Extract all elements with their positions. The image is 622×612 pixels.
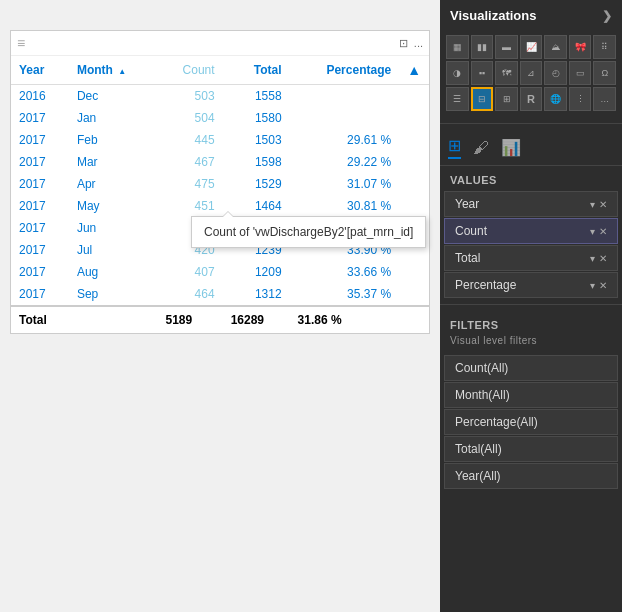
viz-icon-more[interactable]: … [593, 87, 616, 111]
cell-pct: 31.07 % [290, 173, 400, 195]
viz-icon-treemap[interactable]: ▪▪ [471, 61, 494, 85]
cell-year: 2017 [11, 129, 69, 151]
viz-icon-ribbon[interactable]: 🎀 [569, 35, 592, 59]
viz-icon-stacked-bar[interactable]: ▦ [446, 35, 469, 59]
field-count-dropdown-icon[interactable]: ▾ [590, 226, 595, 237]
viz-icon-matrix[interactable]: ⊞ [495, 87, 518, 111]
viz-icon-line[interactable]: 📈 [520, 35, 543, 59]
viz-icon-r[interactable]: R [520, 87, 543, 111]
field-count-close-icon[interactable]: ✕ [599, 226, 607, 237]
field-count[interactable]: Count ▾ ✕ [444, 218, 618, 244]
filter-count-name: Count(All) [455, 361, 508, 375]
cell-month: Sep [69, 283, 158, 306]
table-row: 2017 Sep 464 1312 35.37 % [11, 283, 429, 306]
field-percentage-dropdown-icon[interactable]: ▾ [590, 280, 595, 291]
viz-icon-slicer[interactable]: ☰ [446, 87, 469, 111]
cell-total: 1503 [223, 129, 290, 151]
field-year-dropdown-icon[interactable]: ▾ [590, 199, 595, 210]
cell-month: Mar [69, 151, 158, 173]
field-count-name: Count [455, 224, 487, 238]
tab-analytics[interactable]: 📊 [501, 138, 521, 157]
col-scroll-indicator[interactable]: ▲ [399, 56, 429, 85]
tab-build[interactable]: ⊞ [448, 136, 461, 159]
visualizations-chevron-icon[interactable]: ❯ [602, 9, 612, 23]
tab-format[interactable]: 🖌 [473, 139, 489, 157]
filter-year[interactable]: Year(All) [444, 463, 618, 489]
field-year[interactable]: Year ▾ ✕ [444, 191, 618, 217]
cell-year: 2017 [11, 283, 69, 306]
viz-icon-globe[interactable]: 🌐 [544, 87, 567, 111]
filter-total[interactable]: Total(All) [444, 436, 618, 462]
cell-year: 2017 [11, 261, 69, 283]
viz-icon-card[interactable]: ▭ [569, 61, 592, 85]
viz-icon-decomp[interactable]: ⋮ [569, 87, 592, 111]
cell-year: 2016 [11, 85, 69, 108]
viz-icons-grid: ▦ ▮▮ ▬ 📈 ⛰ 🎀 ⠿ ◑ ▪▪ 🗺 ⊿ ◴ ▭ Ω ☰ ⊟ ⊞ R 🌐 … [440, 31, 622, 117]
field-percentage-close-icon[interactable]: ✕ [599, 280, 607, 291]
viz-separator [440, 123, 622, 124]
table-widget: ≡ ⊡ ... Year Month ▲ Count [10, 30, 430, 334]
cell-month: Jul [69, 239, 158, 261]
viz-icon-area[interactable]: ⛰ [544, 35, 567, 59]
cell-month: May [69, 195, 158, 217]
filter-count[interactable]: Count(All) [444, 355, 618, 381]
data-table: Year Month ▲ Count Total Percentage [11, 56, 429, 333]
focus-mode-icon[interactable]: ⊡ [399, 37, 408, 50]
viz-icon-kpi[interactable]: Ω [593, 61, 616, 85]
cell-scroll [399, 195, 429, 217]
cell-total: 1312 [223, 283, 290, 306]
field-total[interactable]: Total ▾ ✕ [444, 245, 618, 271]
cell-count: 503 [157, 85, 222, 108]
total-pct: 31.86 % [290, 306, 400, 333]
table-row: 2017 Feb 445 1503 29.61 % [11, 129, 429, 151]
field-total-close-icon[interactable]: ✕ [599, 253, 607, 264]
total-total: 16289 [223, 306, 290, 333]
drag-handle-icon: ≡ [17, 35, 25, 51]
cell-total: 1598 [223, 151, 290, 173]
viz-icon-table[interactable]: ⊟ [471, 87, 494, 111]
field-percentage[interactable]: Percentage ▾ ✕ [444, 272, 618, 298]
more-options-icon[interactable]: ... [414, 37, 423, 49]
viz-row-3: ☰ ⊟ ⊞ R 🌐 ⋮ … [446, 87, 616, 111]
cell-year: 2017 [11, 217, 69, 239]
panel-tabs: ⊞ 🖌 📊 [440, 130, 622, 166]
table-header-row: Year Month ▲ Count Total Percentage [11, 56, 429, 85]
field-year-controls: ▾ ✕ [590, 199, 607, 210]
filter-percentage[interactable]: Percentage(All) [444, 409, 618, 435]
col-percentage: Percentage [290, 56, 400, 85]
col-count: Count [157, 56, 222, 85]
cell-count: 467 [157, 151, 222, 173]
viz-row-1: ▦ ▮▮ ▬ 📈 ⛰ 🎀 ⠿ [446, 35, 616, 59]
visualizations-header: Visualizations ❯ [440, 0, 622, 31]
table-body: 2016 Dec 503 1558 2017 Jan 504 1580 2017… [11, 85, 429, 307]
field-year-close-icon[interactable]: ✕ [599, 199, 607, 210]
field-percentage-controls: ▾ ✕ [590, 280, 607, 291]
filter-month[interactable]: Month(All) [444, 382, 618, 408]
viz-icon-scatter[interactable]: ⠿ [593, 35, 616, 59]
filter-percentage-name: Percentage(All) [455, 415, 538, 429]
cell-count: 445 [157, 129, 222, 151]
filter-year-name: Year(All) [455, 469, 501, 483]
viz-icon-col[interactable]: ▬ [495, 35, 518, 59]
table-row: 2017 Mar 467 1598 29.22 % [11, 151, 429, 173]
cell-month: Dec [69, 85, 158, 108]
col-year: Year [11, 56, 69, 85]
fields-list: Year ▾ ✕ Count ▾ ✕ Total ▾ ✕ Percentage … [440, 191, 622, 298]
viz-icon-bar[interactable]: ▮▮ [471, 35, 494, 59]
viz-icon-map[interactable]: 🗺 [495, 61, 518, 85]
total-row: Total 5189 16289 31.86 % [11, 306, 429, 333]
field-total-dropdown-icon[interactable]: ▾ [590, 253, 595, 264]
cell-month: Jun [69, 217, 158, 239]
cell-pct: 30.81 % [290, 195, 400, 217]
viz-icon-funnel[interactable]: ⊿ [520, 61, 543, 85]
cell-pct [290, 85, 400, 108]
col-total: Total [223, 56, 290, 85]
cell-scroll [399, 129, 429, 151]
field-year-name: Year [455, 197, 479, 211]
viz-icon-pie[interactable]: ◑ [446, 61, 469, 85]
viz-icon-gauge[interactable]: ◴ [544, 61, 567, 85]
cell-count: 407 [157, 261, 222, 283]
sort-asc-icon: ▲ [118, 67, 126, 76]
filters-list: Count(All) Month(All) Percentage(All) To… [440, 350, 622, 494]
cell-count: 451 [157, 195, 222, 217]
